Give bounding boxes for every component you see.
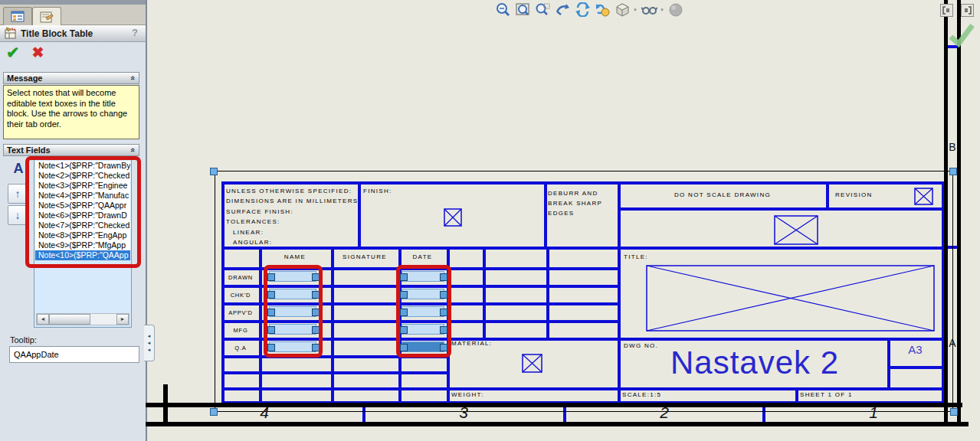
center-placeholder-xbox[interactable] — [774, 215, 818, 245]
note-handle[interactable] — [400, 273, 408, 281]
note-handle[interactable] — [440, 309, 447, 316]
revision-placeholder-xbox[interactable] — [914, 188, 933, 205]
collapse-left-icon: ◄ — [147, 334, 152, 338]
scroll-left-icon[interactable]: ◄ — [37, 314, 49, 325]
text-field-item[interactable]: Note<8>($PRP:"EngApp — [35, 230, 130, 240]
redraw-icon[interactable] — [575, 2, 591, 17]
ok-button[interactable]: ✔ — [6, 44, 20, 62]
zoom-in-out-icon[interactable] — [495, 2, 511, 17]
dwg-no-value[interactable]: Nastavek 2 — [622, 345, 887, 381]
note-handle[interactable] — [267, 291, 275, 299]
collapse-sidebar-left-icon[interactable] — [940, 4, 953, 17]
text-field-item[interactable]: Note<5>($PRP:"QAAppr — [35, 201, 130, 211]
confirmation-corner-check-icon[interactable] — [947, 20, 976, 49]
collapse-chevron-icon: « — [129, 148, 138, 152]
sheet-border-line — [944, 0, 948, 426]
font-button[interactable]: A — [10, 161, 27, 177]
display-style-icon[interactable] — [641, 2, 657, 17]
note-box-name-2[interactable] — [269, 289, 316, 299]
text-field-item[interactable]: Note<7>($PRP:"Checked — [35, 220, 130, 230]
selection-handle[interactable] — [949, 168, 957, 175]
view-toolbar: ▼ ▼ — [495, 2, 684, 17]
cancel-button[interactable]: ✖ — [32, 44, 44, 62]
note-handle[interactable] — [312, 273, 320, 281]
text-field-item[interactable]: Note<2>($PRP:"Checked — [35, 171, 130, 181]
text-field-item[interactable]: Note<6>($PRP:"DrawnD — [35, 211, 130, 220]
note-box-date-1[interactable] — [402, 271, 444, 282]
selection-handle[interactable] — [210, 168, 218, 175]
view-orientation-icon[interactable] — [615, 2, 631, 17]
note-box-date-5[interactable] — [402, 341, 444, 352]
text-field-item[interactable]: Note<4>($PRP:"Manufac — [35, 191, 130, 201]
tab-sheet-format[interactable] — [32, 7, 61, 26]
note-handle[interactable] — [400, 309, 408, 316]
text-field-item[interactable]: Note<3>($PRP:"Enginee — [35, 181, 130, 191]
move-down-button[interactable]: ↓ — [8, 205, 28, 225]
format-selection-line[interactable] — [952, 171, 953, 411]
help-icon[interactable]: ? — [132, 27, 138, 38]
dropdown-caret-icon[interactable]: ▼ — [633, 8, 637, 12]
collapse-sidebar-right-icon[interactable] — [961, 4, 974, 17]
panel-collapse-handle[interactable]: ◄ ◄ ◄ — [144, 325, 155, 361]
note-handle[interactable] — [440, 291, 447, 299]
note-handle[interactable] — [312, 291, 320, 299]
row-label-mfg: MFG — [222, 327, 259, 334]
selection-handle[interactable] — [950, 408, 958, 416]
note-handle[interactable] — [267, 273, 275, 281]
tooltip-input[interactable] — [9, 346, 139, 363]
text-field-item[interactable]: Note<10>($PRP:"QAApp — [35, 250, 130, 260]
note-box-name-4[interactable] — [269, 324, 316, 335]
note-handle[interactable] — [267, 326, 275, 334]
scrollbar-thumb[interactable] — [49, 314, 90, 325]
finish-placeholder-xbox[interactable] — [444, 208, 462, 227]
format-selection-line[interactable] — [215, 171, 953, 172]
note-box-name-5[interactable] — [269, 341, 316, 352]
dropdown-caret-icon[interactable]: ▼ — [660, 8, 664, 12]
note-handle[interactable] — [312, 344, 320, 351]
shaded-sphere-icon[interactable] — [668, 2, 684, 17]
note-handle[interactable] — [400, 291, 408, 299]
note-handle[interactable] — [312, 309, 320, 316]
zoom-to-fit-icon[interactable] — [515, 2, 531, 17]
text-field-item[interactable]: Note<1>($PRP:"DrawnBy — [35, 161, 130, 171]
note-handle[interactable] — [400, 326, 408, 334]
note-handle[interactable] — [440, 344, 447, 351]
zoom-to-area-icon[interactable] — [535, 2, 551, 17]
zone-letter-a: A — [948, 337, 957, 349]
note-box-date-4[interactable] — [402, 324, 444, 335]
text-field-item[interactable]: Note<9>($PRP:"MfgApp — [35, 240, 130, 250]
row-label-drawn: DRAWN — [222, 274, 259, 281]
text-fields-list[interactable]: ◄ ► Note<1>($PRP:"DrawnByNote<2>($PRP:"C… — [34, 158, 132, 328]
note-handle[interactable] — [267, 344, 275, 351]
note-handle[interactable] — [440, 326, 447, 334]
note-handle[interactable] — [312, 326, 320, 334]
selection-handle[interactable] — [210, 408, 218, 416]
finish-label: FINISH: — [363, 188, 392, 194]
horizontal-scrollbar[interactable]: ◄ ► — [36, 313, 129, 325]
message-group-header[interactable]: Message « — [3, 72, 139, 84]
tab-property-manager[interactable] — [3, 7, 32, 25]
update-sheet-icon[interactable] — [595, 2, 611, 17]
note-box-date-2[interactable] — [402, 289, 444, 299]
text-fields-group-header[interactable]: Text Fields « — [3, 144, 139, 156]
paper-size-label: A3 — [889, 343, 942, 356]
rotate-view-icon[interactable] — [555, 2, 571, 17]
tolerance-note-line: LINEAR: — [226, 227, 358, 237]
note-box-name-1[interactable] — [269, 271, 316, 282]
note-handle[interactable] — [267, 309, 275, 316]
move-up-button[interactable]: ↑ — [8, 184, 28, 204]
format-selection-line[interactable] — [215, 411, 955, 412]
note-handle[interactable] — [440, 273, 447, 281]
message-text: Select notes that will become editable t… — [3, 85, 139, 139]
material-placeholder-xbox[interactable] — [522, 354, 542, 373]
title-block-table-icon — [5, 28, 17, 39]
scroll-right-icon[interactable]: ► — [116, 314, 129, 325]
note-box-date-3[interactable] — [402, 306, 444, 317]
zone-number-1: 1 — [866, 403, 881, 422]
weight-label: WEIGHT: — [451, 391, 483, 398]
note-handle[interactable] — [400, 344, 408, 351]
note-box-name-3[interactable] — [269, 306, 316, 317]
do-not-scale-label: DO NOT SCALE DRAWING — [619, 191, 826, 198]
format-selection-line[interactable] — [215, 171, 215, 411]
title-placeholder-xbox[interactable] — [646, 265, 935, 332]
